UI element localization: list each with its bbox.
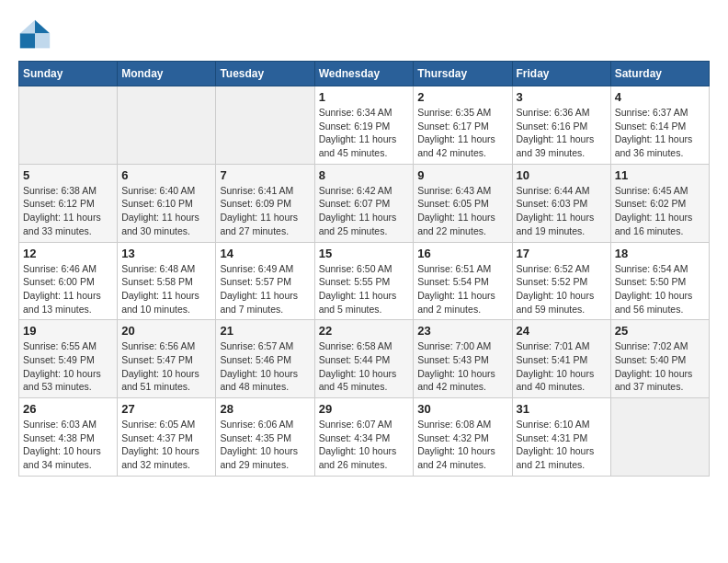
day-info: Sunrise: 7:02 AM Sunset: 5:40 PM Dayligh… xyxy=(615,339,705,394)
calendar-header: SundayMondayTuesdayWednesdayThursdayFrid… xyxy=(19,62,710,86)
calendar-cell: 31Sunrise: 6:10 AM Sunset: 4:31 PM Dayli… xyxy=(512,398,610,477)
day-number: 27 xyxy=(121,402,211,416)
day-info: Sunrise: 6:45 AM Sunset: 6:02 PM Dayligh… xyxy=(615,184,705,238)
day-info: Sunrise: 6:05 AM Sunset: 4:37 PM Dayligh… xyxy=(121,418,211,472)
calendar-cell: 18Sunrise: 6:54 AM Sunset: 5:50 PM Dayli… xyxy=(610,242,709,320)
calendar-week-3: 12Sunrise: 6:46 AM Sunset: 6:00 PM Dayli… xyxy=(19,242,710,320)
calendar-table: SundayMondayTuesdayWednesdayThursdayFrid… xyxy=(18,61,710,477)
calendar-cell: 16Sunrise: 6:51 AM Sunset: 5:54 PM Dayli… xyxy=(414,242,512,320)
day-info: Sunrise: 6:57 AM Sunset: 5:46 PM Dayligh… xyxy=(220,339,310,394)
day-number: 29 xyxy=(319,402,410,416)
svg-marker-0 xyxy=(35,20,50,33)
day-info: Sunrise: 6:41 AM Sunset: 6:09 PM Dayligh… xyxy=(220,184,310,238)
calendar-cell: 30Sunrise: 6:08 AM Sunset: 4:32 PM Dayli… xyxy=(414,398,512,477)
calendar-cell: 2Sunrise: 6:35 AM Sunset: 6:17 PM Daylig… xyxy=(414,86,512,165)
calendar-week-4: 19Sunrise: 6:55 AM Sunset: 5:49 PM Dayli… xyxy=(19,320,710,398)
day-info: Sunrise: 6:58 AM Sunset: 5:44 PM Dayligh… xyxy=(319,339,410,394)
day-number: 13 xyxy=(121,247,211,260)
calendar-cell xyxy=(216,86,314,165)
calendar-cell: 15Sunrise: 6:50 AM Sunset: 5:55 PM Dayli… xyxy=(314,242,414,320)
calendar-cell: 22Sunrise: 6:58 AM Sunset: 5:44 PM Dayli… xyxy=(314,320,414,398)
day-number: 1 xyxy=(319,90,410,104)
logo xyxy=(18,18,55,52)
calendar-cell: 23Sunrise: 7:00 AM Sunset: 5:43 PM Dayli… xyxy=(414,320,512,398)
day-header-tuesday: Tuesday xyxy=(216,62,314,86)
day-info: Sunrise: 6:54 AM Sunset: 5:50 PM Dayligh… xyxy=(615,262,705,316)
day-number: 22 xyxy=(319,324,410,338)
day-header-sunday: Sunday xyxy=(19,62,118,86)
calendar-cell: 10Sunrise: 6:44 AM Sunset: 6:03 PM Dayli… xyxy=(512,164,610,242)
day-header-monday: Monday xyxy=(118,62,216,86)
day-info: Sunrise: 6:03 AM Sunset: 4:38 PM Dayligh… xyxy=(23,418,113,472)
calendar-cell: 14Sunrise: 6:49 AM Sunset: 5:57 PM Dayli… xyxy=(216,242,314,320)
calendar-cell: 8Sunrise: 6:42 AM Sunset: 6:07 PM Daylig… xyxy=(314,164,414,242)
day-number: 12 xyxy=(23,247,113,260)
day-info: Sunrise: 6:34 AM Sunset: 6:19 PM Dayligh… xyxy=(319,106,410,160)
day-number: 19 xyxy=(23,324,113,338)
calendar-cell: 11Sunrise: 6:45 AM Sunset: 6:02 PM Dayli… xyxy=(610,164,709,242)
calendar-cell: 26Sunrise: 6:03 AM Sunset: 4:38 PM Dayli… xyxy=(19,398,118,477)
day-info: Sunrise: 6:36 AM Sunset: 6:16 PM Dayligh… xyxy=(517,106,607,160)
day-info: Sunrise: 6:42 AM Sunset: 6:07 PM Dayligh… xyxy=(319,184,410,238)
day-header-thursday: Thursday xyxy=(414,62,512,86)
calendar-week-2: 5Sunrise: 6:38 AM Sunset: 6:12 PM Daylig… xyxy=(19,164,710,242)
calendar-cell: 20Sunrise: 6:56 AM Sunset: 5:47 PM Dayli… xyxy=(118,320,216,398)
calendar-cell xyxy=(19,86,118,165)
day-info: Sunrise: 6:38 AM Sunset: 6:12 PM Dayligh… xyxy=(23,184,113,238)
calendar-cell: 28Sunrise: 6:06 AM Sunset: 4:35 PM Dayli… xyxy=(216,398,314,477)
svg-marker-1 xyxy=(35,33,50,48)
day-number: 6 xyxy=(121,168,211,182)
day-info: Sunrise: 6:43 AM Sunset: 6:05 PM Dayligh… xyxy=(417,184,507,238)
day-info: Sunrise: 6:06 AM Sunset: 4:35 PM Dayligh… xyxy=(220,418,310,472)
calendar-cell: 29Sunrise: 6:07 AM Sunset: 4:34 PM Dayli… xyxy=(314,398,414,477)
day-number: 17 xyxy=(517,247,607,260)
day-info: Sunrise: 6:52 AM Sunset: 5:52 PM Dayligh… xyxy=(517,262,607,316)
day-info: Sunrise: 6:50 AM Sunset: 5:55 PM Dayligh… xyxy=(319,262,410,316)
svg-marker-3 xyxy=(20,20,35,33)
day-header-friday: Friday xyxy=(512,62,610,86)
day-number: 5 xyxy=(23,168,113,182)
day-number: 20 xyxy=(121,324,211,338)
day-info: Sunrise: 6:48 AM Sunset: 5:58 PM Dayligh… xyxy=(121,262,211,316)
calendar-cell: 21Sunrise: 6:57 AM Sunset: 5:46 PM Dayli… xyxy=(216,320,314,398)
calendar-cell xyxy=(610,398,709,477)
day-number: 3 xyxy=(517,90,607,104)
calendar-cell: 13Sunrise: 6:48 AM Sunset: 5:58 PM Dayli… xyxy=(118,242,216,320)
day-info: Sunrise: 6:08 AM Sunset: 4:32 PM Dayligh… xyxy=(417,418,507,472)
page-header xyxy=(18,18,710,52)
calendar-cell: 4Sunrise: 6:37 AM Sunset: 6:14 PM Daylig… xyxy=(610,86,709,165)
calendar-week-5: 26Sunrise: 6:03 AM Sunset: 4:38 PM Dayli… xyxy=(19,398,710,477)
calendar-cell: 25Sunrise: 7:02 AM Sunset: 5:40 PM Dayli… xyxy=(610,320,709,398)
day-number: 28 xyxy=(220,402,310,416)
calendar-cell: 17Sunrise: 6:52 AM Sunset: 5:52 PM Dayli… xyxy=(512,242,610,320)
day-info: Sunrise: 6:51 AM Sunset: 5:54 PM Dayligh… xyxy=(417,262,507,316)
calendar-cell: 3Sunrise: 6:36 AM Sunset: 6:16 PM Daylig… xyxy=(512,86,610,165)
svg-marker-2 xyxy=(20,33,35,48)
day-info: Sunrise: 6:40 AM Sunset: 6:10 PM Dayligh… xyxy=(121,184,211,238)
day-number: 2 xyxy=(417,90,507,104)
day-number: 31 xyxy=(517,402,607,416)
day-number: 30 xyxy=(417,402,507,416)
calendar-cell: 7Sunrise: 6:41 AM Sunset: 6:09 PM Daylig… xyxy=(216,164,314,242)
day-number: 18 xyxy=(615,247,705,260)
calendar-cell: 6Sunrise: 6:40 AM Sunset: 6:10 PM Daylig… xyxy=(118,164,216,242)
day-info: Sunrise: 6:10 AM Sunset: 4:31 PM Dayligh… xyxy=(517,418,607,472)
day-number: 4 xyxy=(615,90,705,104)
day-number: 25 xyxy=(615,324,705,338)
calendar-cell: 27Sunrise: 6:05 AM Sunset: 4:37 PM Dayli… xyxy=(118,398,216,477)
calendar-cell: 12Sunrise: 6:46 AM Sunset: 6:00 PM Dayli… xyxy=(19,242,118,320)
calendar-cell: 5Sunrise: 6:38 AM Sunset: 6:12 PM Daylig… xyxy=(19,164,118,242)
calendar-cell: 1Sunrise: 6:34 AM Sunset: 6:19 PM Daylig… xyxy=(314,86,414,165)
logo-icon xyxy=(18,18,51,52)
day-info: Sunrise: 6:46 AM Sunset: 6:00 PM Dayligh… xyxy=(23,262,113,316)
day-info: Sunrise: 6:49 AM Sunset: 5:57 PM Dayligh… xyxy=(220,262,310,316)
day-info: Sunrise: 6:56 AM Sunset: 5:47 PM Dayligh… xyxy=(121,339,211,394)
calendar-cell: 24Sunrise: 7:01 AM Sunset: 5:41 PM Dayli… xyxy=(512,320,610,398)
calendar-week-1: 1Sunrise: 6:34 AM Sunset: 6:19 PM Daylig… xyxy=(19,86,710,165)
day-number: 15 xyxy=(319,247,410,260)
day-info: Sunrise: 6:37 AM Sunset: 6:14 PM Dayligh… xyxy=(615,106,705,160)
day-number: 10 xyxy=(517,168,607,182)
day-info: Sunrise: 6:55 AM Sunset: 5:49 PM Dayligh… xyxy=(23,339,113,394)
day-number: 7 xyxy=(220,168,310,182)
day-number: 24 xyxy=(517,324,607,338)
